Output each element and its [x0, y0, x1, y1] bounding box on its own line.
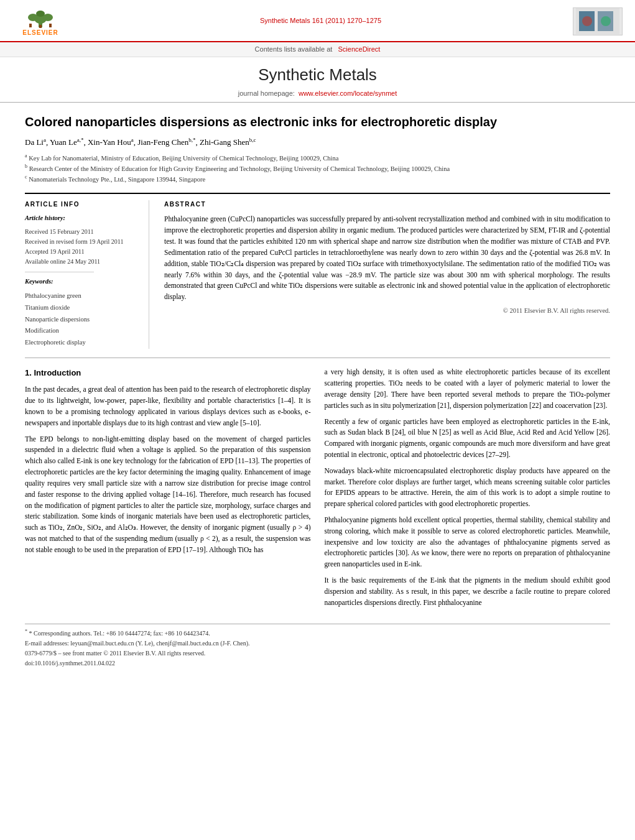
- article-history-label: Article history:: [25, 214, 140, 223]
- body-col-left: 1. Introduction In the past decades, a g…: [25, 367, 311, 613]
- body-para-4: Recently a few of organic particles have…: [325, 417, 611, 461]
- elsevier-tree-icon: [22, 5, 59, 29]
- journal-name: Synthetic Metals: [12, 63, 623, 86]
- svg-rect-6: [49, 24, 52, 27]
- article-info-col: ARTICLE INFO Article history: Received 1…: [25, 200, 149, 349]
- article-title: Colored nanoparticles dispersions as ele…: [25, 114, 610, 130]
- abstract-col: ABSTRACT Phthalocyanine green (CuPcCl) n…: [164, 200, 610, 349]
- body-col-right: a very high density, it is often used as…: [325, 367, 611, 613]
- journal-ref: Synthetic Metals 161 (2011) 1270–1275: [68, 16, 573, 25]
- page: ELSEVIER Synthetic Metals 161 (2011) 127…: [0, 0, 635, 840]
- available-date: Available online 24 May 2011: [25, 257, 140, 267]
- abstract-heading: ABSTRACT: [164, 200, 610, 209]
- sciencedirect-link[interactable]: ScienceDirect: [338, 45, 381, 53]
- keyword-2: Titanium dioxide: [25, 302, 140, 314]
- affiliation-a: a Key Lab for Nanomaterial, Ministry of …: [25, 152, 610, 163]
- body-para-5: Nowadays black-white microencapsulated e…: [325, 466, 611, 510]
- info-divider: [25, 272, 94, 272]
- affiliations: a Key Lab for Nanomaterial, Ministry of …: [25, 152, 610, 185]
- journal-header: ELSEVIER Synthetic Metals 161 (2011) 127…: [0, 0, 635, 42]
- keywords-label: Keywords:: [25, 277, 140, 287]
- keyword-4: Modification: [25, 325, 140, 337]
- body-para-1: In the past decades, a great deal of att…: [25, 384, 311, 428]
- authors: Da Lia, Yuan Lea,*, Xin-Yan Houa, Jian-F…: [25, 136, 610, 149]
- svg-point-12: [601, 16, 611, 26]
- journal-title-area: Synthetic Metals journal homepage: www.e…: [0, 57, 635, 103]
- journal-cover-icon: [576, 8, 619, 34]
- body-para-6: Phthalocyanine pigments hold excellent o…: [325, 515, 611, 570]
- affiliation-b: b Research Center of the Ministry of Edu…: [25, 163, 610, 173]
- contents-bar: Contents lists available at ScienceDirec…: [0, 42, 635, 57]
- body-two-col: 1. Introduction In the past decades, a g…: [25, 358, 610, 613]
- section1-title: 1. Introduction: [25, 367, 311, 379]
- accepted-date: Accepted 19 April 2011: [25, 247, 140, 257]
- homepage-url[interactable]: www.elsevier.com/locate/synmet: [299, 90, 397, 97]
- keyword-1: Phthalocyanine green: [25, 290, 140, 302]
- article-history: Received 15 February 2011 Received in re…: [25, 227, 140, 267]
- svg-point-11: [582, 16, 592, 26]
- journal-header-center: Synthetic Metals 161 (2011) 1270–1275: [68, 16, 573, 25]
- body-para-3: a very high density, it is often used as…: [325, 367, 611, 411]
- keywords-list: Phthalocyanine green Titanium dioxide Na…: [25, 290, 140, 349]
- received-date: Received 15 February 2011: [25, 227, 140, 237]
- revised-date: Received in revised form 19 April 2011: [25, 237, 140, 247]
- svg-point-4: [36, 11, 45, 17]
- article-info-abstract: ARTICLE INFO Article history: Received 1…: [25, 193, 610, 349]
- footnote-emails: E-mail addresses: leyuan@mail.buct.edu.c…: [25, 639, 610, 648]
- abstract-text: Phthalocyanine green (CuPcCl) nanopartic…: [164, 214, 610, 303]
- body-para-7: It is the basic requirements of the E-in…: [325, 575, 611, 608]
- journal-homepage: journal homepage: www.elsevier.com/locat…: [12, 89, 623, 98]
- footnotes: * * Corresponding authors. Tel.: +86 10 …: [25, 624, 610, 668]
- svg-rect-5: [29, 24, 32, 27]
- journal-cover-image: [573, 7, 623, 35]
- footnote-copyright: 0379-6779/$ – see front matter © 2011 El…: [25, 648, 610, 658]
- keyword-5: Electrophoretic display: [25, 337, 140, 349]
- article-content: Colored nanoparticles dispersions as ele…: [0, 103, 635, 681]
- affiliation-c: c Nanomaterials Technology Pte., Ltd., S…: [25, 173, 610, 184]
- body-para-2: The EPD belongs to non-light-emitting di…: [25, 434, 311, 556]
- copyright: © 2011 Elsevier B.V. All rights reserved…: [164, 307, 610, 316]
- footnote-corresponding: * * Corresponding authors. Tel.: +86 10 …: [25, 628, 610, 639]
- article-info-heading: ARTICLE INFO: [25, 200, 140, 209]
- svg-rect-7: [39, 25, 42, 28]
- footnote-doi: doi:10.1016/j.synthmet.2011.04.022: [25, 658, 610, 668]
- elsevier-wordmark: ELSEVIER: [22, 29, 58, 37]
- elsevier-logo: ELSEVIER: [12, 5, 68, 37]
- keyword-3: Nanoparticle dispersions: [25, 314, 140, 326]
- contents-label: Contents lists available at: [255, 45, 333, 53]
- homepage-label: journal homepage:: [238, 90, 295, 97]
